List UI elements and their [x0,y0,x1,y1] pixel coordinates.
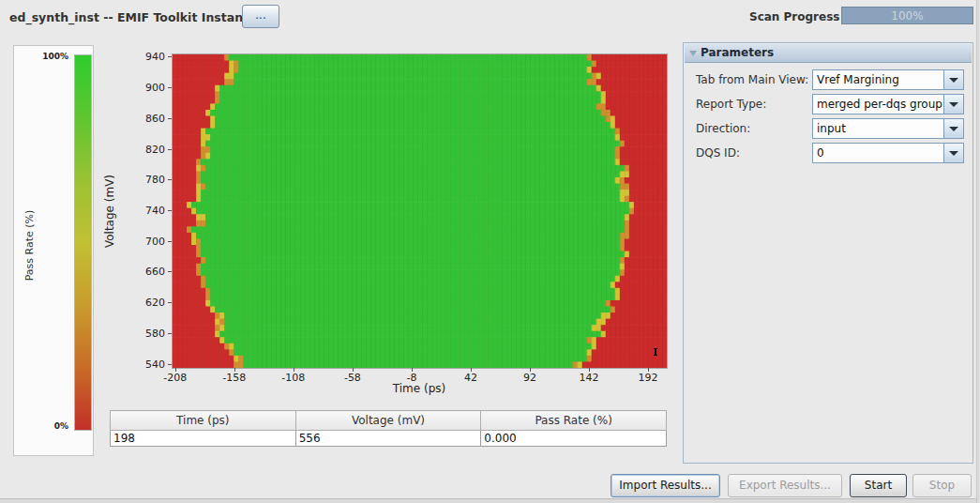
scan-progress-value: 100% [842,9,972,23]
chevron-down-icon [949,127,958,131]
x-tick-label: 92 [511,372,549,384]
x-tick-mark [412,368,413,372]
legend-title: Pass Rate (%) [23,190,36,302]
pass-rate-legend: 100% 0% Pass Rate (%) [13,45,94,456]
tab-from-main-view-dropdown[interactable]: Vref Margining [812,69,964,90]
readout-voltage-value: 556 [295,431,481,447]
readout-passrate-value: 0.000 [481,431,667,447]
y-tick-mark [168,87,172,88]
dropdown-value: merged per-dqs group [817,95,942,114]
x-tick-mark [530,368,531,372]
cursor-marker [655,348,656,356]
legend-gradient-bar [74,54,92,431]
y-tick-mark [168,118,172,119]
y-tick-mark [168,210,172,211]
dropdown-arrow-button[interactable] [943,144,963,162]
x-tick-label: -158 [216,372,253,384]
param-row-report-type: Report Type: merged per-dqs group [684,94,972,114]
emif-toolkit-window: ed_synth_inst -- EMIF Toolkit Instance .… [0,0,980,503]
stop-button[interactable]: Stop [912,474,972,497]
report-type-dropdown[interactable]: merged per-dqs group [812,94,964,114]
y-tick-mark [168,302,172,303]
export-results-button[interactable]: Export Results... [728,474,842,497]
x-tick-label: 192 [629,372,667,384]
y-tick-mark [168,56,172,57]
y-tick-label: 700 [137,236,165,248]
x-tick-label: -208 [157,372,194,384]
parameters-title: Parameters [701,46,774,59]
y-tick-label: 540 [137,358,165,371]
dropdown-arrow-button[interactable] [943,95,963,114]
readout-header-time: Time (ps) [111,411,296,431]
chevron-down-icon [949,78,958,83]
x-tick-label: 142 [570,372,608,384]
chevron-down-icon [949,102,958,107]
chevron-down-icon [949,151,958,156]
y-tick-mark [168,149,172,150]
start-button[interactable]: Start [850,474,907,497]
y-tick-mark [168,364,172,365]
y-tick-label: 780 [137,174,165,186]
readout-table: Time (ps) Voltage (mV) Pass Rate (%) 198… [110,410,667,447]
dropdown-arrow-button[interactable] [943,119,963,138]
parameters-header[interactable]: Parameters [685,44,972,63]
y-tick-label: 580 [137,328,165,340]
param-label: DQS ID: [696,143,740,163]
param-label: Direction: [696,118,750,139]
import-results-button[interactable]: Import Results... [611,474,720,497]
param-label: Tab from Main View: [696,69,808,90]
dropdown-value: Vref Margining [817,70,942,89]
direction-dropdown[interactable]: input [812,118,964,139]
y-tick-label: 820 [137,144,165,156]
x-tick-mark [175,368,176,372]
scan-progress-bar: 100% [841,7,973,24]
y-axis-title: Voltage (mV) [103,164,116,258]
x-tick-mark [471,368,472,372]
x-axis-title: Time (ps) [372,382,466,395]
collapse-icon [689,51,697,56]
dropdown-arrow-button[interactable] [943,70,963,89]
readout-header-voltage: Voltage (mV) [295,411,481,431]
y-tick-mark [168,179,172,180]
param-row-dqs-id: DQS ID: 0 [684,143,972,163]
y-tick-label: 660 [137,266,165,278]
y-tick-label: 860 [137,113,165,125]
param-row-direction: Direction: input [684,118,972,139]
window-bottom-edge [0,498,980,503]
dqs-id-dropdown[interactable]: 0 [812,143,964,163]
instance-ellipsis-button[interactable]: ... [242,5,279,28]
x-tick-label: -108 [275,372,312,384]
y-tick-mark [168,333,172,334]
param-row-tab-from-main-view: Tab from Main View: Vref Margining [684,69,972,90]
readout-header-row: Time (ps) Voltage (mV) Pass Rate (%) [111,411,667,431]
x-tick-mark [353,368,354,372]
x-tick-mark [648,368,649,372]
legend-min-label: 0% [42,421,68,431]
window-right-edge [976,0,980,503]
readout-header-passrate: Pass Rate (%) [481,411,667,431]
dropdown-value: input [817,119,942,138]
y-tick-label: 620 [137,297,165,309]
y-tick-mark [168,271,172,272]
dropdown-value: 0 [817,144,942,162]
legend-max-label: 100% [42,52,68,61]
x-tick-mark [294,368,294,372]
parameters-panel: Parameters Tab from Main View: Vref Marg… [683,42,973,464]
scan-progress-label: Scan Progress [749,10,839,23]
readout-time-value: 198 [111,431,296,447]
y-tick-label: 900 [137,82,165,94]
y-tick-label: 740 [137,205,165,217]
window-title: ed_synth_inst -- EMIF Toolkit Instance [9,10,258,24]
readout-value-row: 198 556 0.000 [111,431,667,447]
y-tick-label: 940 [137,51,165,63]
margin-heatmap[interactable] [172,53,668,369]
y-tick-mark [168,241,172,242]
x-tick-label: -58 [334,372,371,384]
x-tick-mark [589,368,590,372]
x-tick-mark [234,368,235,372]
param-label: Report Type: [696,94,766,114]
